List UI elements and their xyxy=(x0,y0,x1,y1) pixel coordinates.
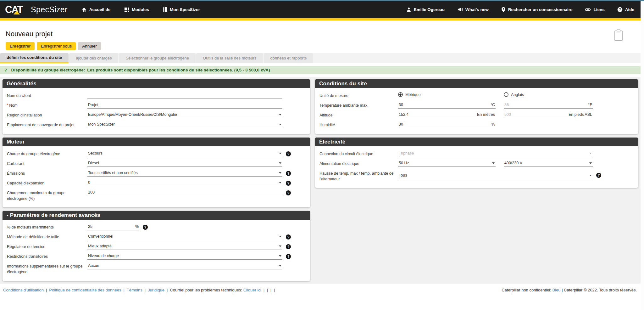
chevron-down-icon xyxy=(279,182,281,183)
field-row-temp-rise: Hausse de temp. max / temp. ambiante de … xyxy=(319,169,634,182)
chevron-down-icon xyxy=(279,245,281,247)
expansion-capacity-select[interactable]: 0 xyxy=(87,179,282,186)
nav-item-links[interactable]: Liens xyxy=(585,7,604,12)
help-icon[interactable]: ? xyxy=(286,254,291,259)
transient-restrictions-select[interactable]: Niveau de charge xyxy=(87,252,282,260)
field-label: Méthode de définition de taille xyxy=(7,233,87,240)
nav-item-home[interactable]: Accueil de xyxy=(81,7,111,12)
unit-label: °F xyxy=(588,103,592,107)
tab-add-loads[interactable]: ajouter des charges xyxy=(69,53,118,63)
help-icon[interactable]: ? xyxy=(286,151,291,156)
temperature-metric-input[interactable]: 30 °C xyxy=(398,101,496,109)
help-icon[interactable]: ? xyxy=(596,173,601,178)
cookies-link[interactable]: Témoins xyxy=(127,288,142,292)
humidity-input[interactable]: 30 % xyxy=(398,121,496,128)
field-row-fuel: Carburant Diesel xyxy=(7,159,306,167)
voltage-regulator-select[interactable]: Mieux adapté xyxy=(87,242,282,250)
project-name-input[interactable]: Projet xyxy=(87,101,282,109)
page-footer: Conditions d'utilisation|Politique de co… xyxy=(0,284,641,292)
save-button[interactable]: Enregistrer xyxy=(6,42,35,50)
tab-select-genset[interactable]: Sélectionner le groupe électrogène xyxy=(119,53,196,63)
home-icon xyxy=(81,7,87,12)
email-support-link[interactable]: Cliquer ici xyxy=(243,288,261,292)
unit-label: °C xyxy=(491,103,495,107)
footer-copyright: Caterpillar non confidentiel: Bleu | Cat… xyxy=(502,288,637,292)
field-label: % de moteurs intermittents xyxy=(7,223,87,230)
alert-message: Les produits sont disponibles pour les c… xyxy=(87,68,270,72)
save-location-select[interactable]: Mon SpecSizer xyxy=(87,121,282,128)
content-area: Généralités Nom du client *Nom xyxy=(0,77,641,284)
legal-link[interactable]: Juridique xyxy=(148,288,164,292)
cat-logo[interactable]: CAT xyxy=(5,4,25,15)
field-label: Nom du client xyxy=(7,91,87,99)
temp-rise-select[interactable]: Tous xyxy=(398,172,593,179)
help-icon[interactable]: ? xyxy=(286,181,291,186)
panel-title: Conditions du site xyxy=(315,79,638,88)
fuel-select[interactable]: Diesel xyxy=(87,159,282,167)
help-icon[interactable]: ? xyxy=(286,171,291,176)
terms-link[interactable]: Conditions d'utilisation xyxy=(3,288,44,292)
scrollbar-gutter[interactable] xyxy=(641,1,644,310)
book-icon xyxy=(163,7,167,12)
link-icon xyxy=(585,7,591,12)
max-loading-input[interactable]: 100 xyxy=(87,189,282,196)
chevron-down-icon xyxy=(279,114,281,116)
save-as-button[interactable]: Enregistrer sous xyxy=(37,42,76,50)
clipboard-icon[interactable] xyxy=(614,29,623,42)
page-head: Nouveau projet Enregistrer Enregistrer s… xyxy=(0,20,641,50)
check-icon: ✓ xyxy=(4,67,8,73)
chevron-down-icon xyxy=(279,172,281,174)
english-radio[interactable]: Anglais xyxy=(504,91,593,97)
field-row-transient-restrictions: Restrictions transitoires Niveau de char… xyxy=(7,252,306,260)
emissions-select[interactable]: Tous certifiés et non certifiés xyxy=(87,169,282,177)
frequency-select[interactable]: 50 Hz xyxy=(398,159,496,167)
field-label: Régulateur de tension xyxy=(7,242,87,250)
svg-text:?: ? xyxy=(619,8,621,11)
additional-info-select[interactable]: Aucun xyxy=(87,262,282,269)
tab-strip: définir les conditions du site ajouter d… xyxy=(0,53,641,63)
temperature-english-input: 86 °F xyxy=(504,101,593,109)
altitude-metric-input[interactable]: 152,4 En mètres xyxy=(398,111,496,118)
yellow-accent-bar xyxy=(0,18,641,20)
intermittent-motors-input[interactable]: 25 % xyxy=(87,223,139,230)
genset-load-select[interactable]: Secours xyxy=(87,149,282,157)
field-row-circuit-connection: Connexion du circuit électrique Triphasé xyxy=(319,149,634,157)
help-icon[interactable]: ? xyxy=(286,190,291,195)
field-row-unit-of-measure: Unité de mesure Métrique Anglais xyxy=(319,91,634,99)
nav-item-label: Modules xyxy=(132,7,149,12)
field-label: Connexion du circuit électrique xyxy=(319,149,398,157)
help-icon[interactable]: ? xyxy=(286,244,291,249)
cancel-button[interactable]: Annuler xyxy=(78,42,101,50)
region-select[interactable]: Europe/Afrique/Moyen-Orient/Russie/CIS/M… xyxy=(87,111,282,118)
field-label: Informations supplémentaires sur le grou… xyxy=(7,262,87,275)
field-label: Carburant xyxy=(7,159,87,166)
tab-engine-room-tools[interactable]: Outils de la salle des moteurs xyxy=(196,53,263,63)
voltage-select[interactable]: 400/230 V xyxy=(504,159,593,167)
privacy-link[interactable]: Politique de confidentialité des données xyxy=(49,288,121,292)
page-title: Nouveau projet xyxy=(6,30,635,38)
client-name-input[interactable] xyxy=(87,91,282,99)
help-icon[interactable]: ? xyxy=(143,225,148,230)
nav-item-modules[interactable]: Modules xyxy=(124,7,149,12)
map-pin-icon xyxy=(501,7,506,13)
nav-item-whats-new[interactable]: What's new xyxy=(457,7,489,12)
confidential-level-link[interactable]: Bleu xyxy=(552,288,560,292)
nav-item-dealer-search[interactable]: Rechercher un concessionnaire xyxy=(501,7,573,13)
tab-data-reports[interactable]: données et rapports xyxy=(264,53,314,63)
radio-unselected-icon xyxy=(504,92,508,97)
help-icon[interactable]: ? xyxy=(286,234,291,240)
nav-item-label: Accueil de xyxy=(89,7,111,12)
nav-item-help[interactable]: ? Aide xyxy=(617,7,634,12)
tab-define-site-conditions[interactable]: définir les conditions du site xyxy=(0,53,69,63)
field-row-additional-info: Informations supplémentaires sur le grou… xyxy=(7,262,306,275)
sizing-method-select[interactable]: Conventionnel xyxy=(87,233,282,240)
field-row-expansion-capacity: Capacité d'expansion 0 ? xyxy=(7,179,306,186)
nav-item-user[interactable]: Emilie Ogereau xyxy=(406,7,445,12)
nav-item-mon-specsizer[interactable]: Mon SpecSizer xyxy=(163,7,200,12)
nav-item-label: Rechercher un concessionnaire xyxy=(508,7,573,12)
field-label: Température ambiante max. xyxy=(319,101,398,108)
field-label: Emplacement de sauvegarde du projet xyxy=(7,121,87,128)
metric-radio[interactable]: Métrique xyxy=(398,91,496,97)
field-row-power-supply: Alimentation électrique 50 Hz 400/230 V xyxy=(319,159,634,167)
nav-left: Accueil de Modules xyxy=(81,7,200,12)
